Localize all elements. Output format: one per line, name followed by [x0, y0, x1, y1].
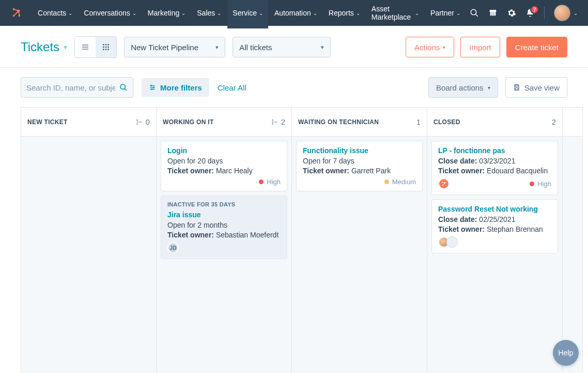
ticket-title[interactable]: Password Reset Not working [438, 205, 551, 213]
branch-icon [271, 118, 278, 126]
hubspot-logo-icon[interactable] [10, 7, 22, 19]
search-box[interactable] [21, 77, 133, 98]
column-count-wrap: 1 [416, 118, 421, 126]
import-button[interactable]: Import [460, 37, 500, 57]
column-count: 0 [146, 118, 150, 126]
nav-item-label: Reports [329, 9, 354, 17]
column-body[interactable]: LoginOpen for 20 daysTicket owner: Marc … [157, 137, 291, 263]
page-title-dropdown[interactable]: Tickets ▾ [21, 40, 67, 54]
more-filters-label: More filters [160, 83, 202, 92]
search-input[interactable] [26, 83, 115, 92]
column-body[interactable] [21, 137, 156, 145]
svg-rect-26 [515, 85, 518, 86]
caret-down-icon: ▾ [443, 44, 445, 50]
ticket-card[interactable]: Functionality issueOpen for 7 daysTicket… [296, 141, 423, 191]
actions-button[interactable]: Actions ▾ [406, 37, 454, 57]
inactive-label: INACTIVE FOR 35 DAYS [167, 201, 281, 207]
card-footer: High [167, 178, 281, 186]
priority-label: High [537, 180, 551, 188]
board-view-button[interactable] [96, 37, 116, 57]
svg-rect-11 [107, 44, 109, 46]
more-filters-button[interactable]: More filters [142, 78, 209, 97]
page-title: Tickets [21, 40, 59, 54]
account-menu[interactable]: ⌄ [554, 5, 578, 21]
nav-marketing[interactable]: Marketing⌄ [143, 0, 191, 28]
column-count-wrap: 2 [552, 118, 556, 126]
column-count-wrap: 0 [135, 118, 150, 126]
board-actions-button[interactable]: Board actions ▾ [428, 77, 498, 98]
svg-rect-7 [82, 47, 88, 47]
priority-dot-icon [384, 180, 389, 184]
view-filter-select[interactable]: All tickets ▾ [233, 37, 331, 57]
avatar-icon [446, 236, 458, 248]
board-actions-label: Board actions [436, 83, 484, 92]
chevron-down-icon: ⌄ [217, 10, 221, 16]
nav-item-label: Marketing [148, 9, 179, 17]
svg-rect-12 [103, 47, 104, 48]
notifications-bell-icon[interactable]: 7 [525, 8, 535, 18]
save-view-button[interactable]: Save view [505, 77, 567, 98]
column-header: CLOSED2 [427, 108, 562, 137]
ticket-card[interactable]: Password Reset Not workingClose date: 02… [431, 199, 558, 253]
column-body[interactable]: LP - fonctionne pasClose date: 03/23/202… [427, 137, 562, 258]
sliders-icon [149, 84, 156, 91]
clear-all-button[interactable]: Clear All [218, 83, 246, 92]
caret-down-icon: ▾ [321, 44, 324, 51]
svg-rect-14 [107, 47, 109, 48]
column-header: NEW TICKET0 [21, 108, 156, 137]
svg-point-29 [136, 123, 138, 125]
priority-medium: Medium [384, 178, 416, 186]
svg-point-30 [140, 121, 142, 123]
ticket-owner: Ticket owner: Garrett Park [303, 167, 416, 175]
ticket-owner: Ticket owner: Sebastian Moeferdt [167, 231, 281, 239]
clear-all-label: Clear All [218, 83, 246, 92]
view-filter-value: All tickets [239, 43, 272, 52]
nav-item-label: Contacts [38, 9, 66, 17]
marketplace-icon[interactable] [488, 8, 498, 18]
help-button[interactable]: Help [553, 340, 579, 366]
ticket-card[interactable]: INACTIVE FOR 35 DAYSJira issueOpen for 2… [161, 196, 287, 259]
column-body[interactable]: Functionality issueOpen for 7 daysTicket… [292, 137, 427, 196]
search-icon[interactable] [470, 8, 479, 18]
card-footer [438, 236, 551, 248]
card-footer: High [438, 178, 551, 189]
filter-bar: More filters Clear All Board actions ▾ S… [0, 68, 588, 107]
priority-high: High [259, 178, 281, 186]
chevron-down-icon: ⌄ [68, 10, 72, 16]
chevron-down-icon: ⌄ [181, 10, 185, 16]
pipeline-select[interactable]: New Ticket Pipeline ▾ [124, 37, 225, 57]
nav-partner[interactable]: Partner⌄ [425, 0, 466, 28]
import-label: Import [469, 43, 491, 52]
svg-point-33 [275, 121, 277, 123]
ticket-card[interactable]: LoginOpen for 20 daysTicket owner: Marc … [161, 141, 287, 191]
column-header: WORKING ON IT2 [157, 108, 291, 137]
ticket-title[interactable]: Login [167, 146, 281, 155]
column-title: WORKING ON IT [163, 118, 214, 126]
ticket-card[interactable]: LP - fonctionne pasClose date: 03/23/202… [431, 141, 558, 195]
avatar-stack [438, 236, 458, 248]
priority-dot-icon [259, 180, 264, 184]
avatar-icon [438, 178, 450, 189]
nav-reports[interactable]: Reports⌄ [323, 0, 365, 28]
ticket-title[interactable]: LP - fonctionne pas [438, 146, 551, 155]
nav-asset-marketplace[interactable]: Asset Marketplace⌄ [366, 0, 424, 28]
nav-conversations[interactable]: Conversations⌄ [79, 0, 142, 28]
column-header [563, 108, 582, 137]
priority-dot-icon [530, 182, 534, 186]
close-date: Close date: 02/25/2021 [438, 215, 551, 223]
nav-sales[interactable]: Sales⌄ [192, 0, 226, 28]
column-closed: CLOSED2LP - fonctionne pasClose date: 03… [427, 107, 562, 373]
nav-service[interactable]: Service⌄ [227, 0, 268, 28]
nav-contacts[interactable]: Contacts⌄ [33, 0, 78, 28]
nav-automation[interactable]: Automation⌄ [269, 0, 322, 28]
create-ticket-button[interactable]: Create ticket [506, 37, 567, 57]
kanban-board: NEW TICKET0WORKING ON IT2LoginOpen for 2… [0, 107, 588, 373]
column-count: 1 [416, 118, 421, 126]
svg-rect-16 [105, 49, 107, 50]
svg-rect-27 [515, 88, 518, 91]
branch-icon [135, 118, 143, 126]
ticket-title[interactable]: Jira issue [167, 211, 281, 219]
ticket-title[interactable]: Functionality issue [303, 146, 416, 155]
list-view-button[interactable] [75, 37, 96, 57]
settings-gear-icon[interactable] [507, 8, 516, 18]
